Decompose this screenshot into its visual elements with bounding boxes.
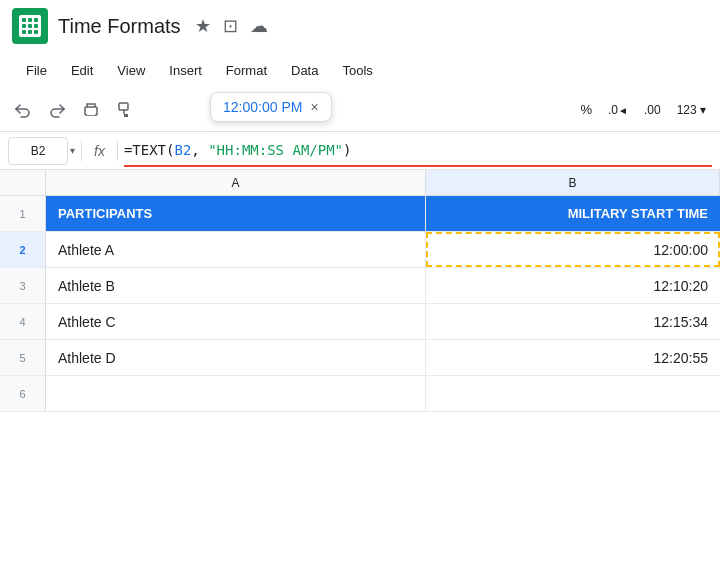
formula-string: "HH:MM:SS AM/PM" xyxy=(208,142,343,158)
column-header-a: A xyxy=(46,170,426,195)
tooltip-popup: 12:00:00 PM × xyxy=(210,92,332,122)
paint-format-button[interactable] xyxy=(110,95,140,125)
title-icons: ★ ⊡ ☁ xyxy=(195,15,268,37)
cell-a4[interactable]: Athlete C xyxy=(46,304,426,339)
formula-comma: , xyxy=(191,142,208,158)
cell-b2[interactable]: 12:00:00 xyxy=(426,232,720,267)
menu-edit[interactable]: Edit xyxy=(61,59,103,82)
cell-b5[interactable]: 12:20:55 xyxy=(426,340,720,375)
fx-label: fx xyxy=(88,143,111,159)
decimal-decrease-button[interactable]: .0◄ xyxy=(602,101,634,119)
svg-rect-2 xyxy=(119,103,128,110)
tooltip-value: 12:00:00 PM xyxy=(223,99,302,115)
row-number-3: 3 xyxy=(0,268,46,303)
tooltip-close-button[interactable]: × xyxy=(310,99,318,115)
cell-b4[interactable]: 12:15:34 xyxy=(426,304,720,339)
cell-b6[interactable] xyxy=(426,376,720,411)
table-row: 5 Athlete D 12:20:55 xyxy=(0,340,720,376)
cell-a3[interactable]: Athlete B xyxy=(46,268,426,303)
print-button[interactable] xyxy=(76,95,106,125)
cell-ref-dropdown[interactable]: ▾ xyxy=(70,145,75,156)
row-num-spacer xyxy=(0,170,46,195)
number-format-button[interactable]: 123 ▾ xyxy=(671,101,712,119)
title-bar: Time Formats ★ ⊡ ☁ xyxy=(0,0,720,52)
cell-b1[interactable]: MILITARY START TIME xyxy=(426,196,720,231)
formula-bar: B2 ▾ fx =TEXT(B2, "HH:MM:SS AM/PM") xyxy=(0,132,720,170)
menu-insert[interactable]: Insert xyxy=(159,59,212,82)
share-icon[interactable]: ⊡ xyxy=(223,15,238,37)
app-icon xyxy=(12,8,48,44)
row-number-4: 4 xyxy=(0,304,46,339)
table-row: 2 Athlete A 12:00:00 xyxy=(0,232,720,268)
formula-input[interactable]: =TEXT(B2, "HH:MM:SS AM/PM") xyxy=(124,142,712,159)
spreadsheet-area: A B 1 PARTICIPANTS MILITARY START TIME 2… xyxy=(0,170,720,412)
column-header-b: B xyxy=(426,170,720,195)
redo-button[interactable] xyxy=(42,95,72,125)
star-icon[interactable]: ★ xyxy=(195,15,211,37)
cloud-icon[interactable]: ☁ xyxy=(250,15,268,37)
menu-view[interactable]: View xyxy=(107,59,155,82)
menu-format[interactable]: Format xyxy=(216,59,277,82)
cell-ref-display: B2 xyxy=(8,137,68,165)
row-number-2: 2 xyxy=(0,232,46,267)
cell-a6[interactable] xyxy=(46,376,426,411)
row-number-5: 5 xyxy=(0,340,46,375)
undo-button[interactable] xyxy=(8,95,38,125)
document-title: Time Formats xyxy=(58,15,181,38)
menu-file[interactable]: File xyxy=(16,59,57,82)
formula-function: =TEXT( xyxy=(124,142,175,158)
table-row: 4 Athlete C 12:15:34 xyxy=(0,304,720,340)
formula-cell-ref: B2 xyxy=(174,142,191,158)
table-row: 6 xyxy=(0,376,720,412)
table-row: 1 PARTICIPANTS MILITARY START TIME xyxy=(0,196,720,232)
menu-data[interactable]: Data xyxy=(281,59,328,82)
toolbar: 12:00:00 PM × % .0◄ .00 123 ▾ xyxy=(0,88,720,132)
cell-a2[interactable]: Athlete A xyxy=(46,232,426,267)
menu-bar: File Edit View Insert Format Data Tools xyxy=(0,52,720,88)
table-row: 3 Athlete B 12:10:20 xyxy=(0,268,720,304)
cell-b3[interactable]: 12:10:20 xyxy=(426,268,720,303)
cell-a5[interactable]: Athlete D xyxy=(46,340,426,375)
row-number-6: 6 xyxy=(0,376,46,411)
column-header-row: A B xyxy=(0,170,720,196)
row-number-1: 1 xyxy=(0,196,46,231)
decimal-increase-button[interactable]: .00 xyxy=(638,101,667,119)
formula-underline xyxy=(124,165,712,167)
svg-rect-1 xyxy=(87,110,95,115)
percent-button[interactable]: % xyxy=(574,100,598,119)
cell-reference-box: B2 ▾ xyxy=(8,137,75,165)
menu-tools[interactable]: Tools xyxy=(332,59,382,82)
formula-close: ) xyxy=(343,142,351,158)
cell-a1[interactable]: PARTICIPANTS xyxy=(46,196,426,231)
